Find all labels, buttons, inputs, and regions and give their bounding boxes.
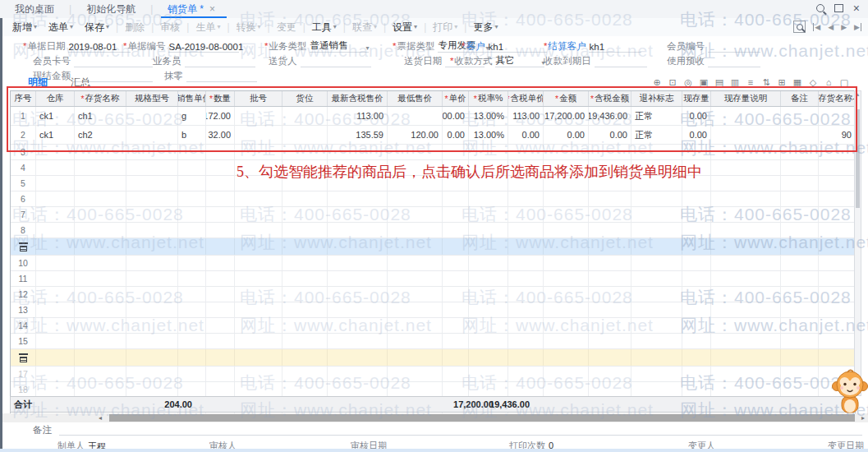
- add-icon[interactable]: ⊕: [651, 77, 663, 88]
- grid-cell[interactable]: [508, 382, 544, 397]
- grid-cell[interactable]: [75, 238, 126, 255]
- grid-cell[interactable]: [631, 238, 682, 255]
- grid-cell[interactable]: [388, 367, 443, 381]
- grid-cell[interactable]: [682, 256, 711, 270]
- toolbar-button-audit[interactable]: 审核: [154, 21, 186, 35]
- grid-cell[interactable]: [469, 145, 508, 159]
- grid-cell[interactable]: [781, 382, 819, 397]
- grid-cell[interactable]: [781, 107, 819, 125]
- column-header-5[interactable]: *数量: [206, 91, 235, 106]
- grid-cell[interactable]: [388, 349, 443, 366]
- grid-cell[interactable]: [206, 318, 235, 333]
- grid-cell[interactable]: [544, 334, 589, 348]
- grid-cell[interactable]: [682, 191, 711, 206]
- column-header-10[interactable]: *单价: [443, 91, 469, 106]
- grid-cell[interactable]: [544, 349, 589, 366]
- due_date-input[interactable]: [595, 54, 647, 67]
- grid-cell[interactable]: ck1: [36, 107, 75, 125]
- grid-cell[interactable]: 13.00%: [469, 107, 508, 125]
- grid-cell[interactable]: b: [178, 126, 206, 144]
- grid-cell[interactable]: [126, 107, 178, 125]
- grid-cell[interactable]: [206, 349, 235, 366]
- grid-cell[interactable]: [178, 160, 206, 175]
- grid-cell[interactable]: [282, 367, 328, 381]
- grid-cell[interactable]: [781, 160, 819, 175]
- grid-cell[interactable]: [711, 145, 781, 159]
- grid-cell[interactable]: [75, 145, 126, 159]
- grid-cell[interactable]: [443, 302, 469, 317]
- grid-cell[interactable]: [36, 176, 75, 191]
- grid-cell[interactable]: [126, 271, 178, 286]
- grid-cell[interactable]: [443, 318, 469, 333]
- expand-icon[interactable]: ▢: [838, 77, 850, 88]
- grid-cell[interactable]: [469, 207, 508, 222]
- row-number-cell[interactable]: 17: [11, 367, 36, 381]
- grid-cell[interactable]: [781, 334, 819, 348]
- record-icon[interactable]: ◎: [682, 77, 694, 88]
- grid-cell[interactable]: [682, 145, 711, 159]
- grid-cell[interactable]: [282, 256, 328, 270]
- grid-cell[interactable]: 172.00: [206, 107, 235, 125]
- column-header-15[interactable]: 退补标志: [631, 91, 682, 106]
- grid-cell[interactable]: [631, 367, 682, 381]
- grid-cell[interactable]: [544, 238, 589, 255]
- grid-cell[interactable]: [682, 382, 711, 397]
- grid-cell[interactable]: [235, 287, 282, 302]
- grid-cell[interactable]: [781, 223, 819, 238]
- grid-cell[interactable]: [781, 145, 819, 159]
- grid-cell[interactable]: [589, 145, 631, 159]
- table-row[interactable]: 13: [11, 302, 855, 318]
- grid-cell[interactable]: [631, 191, 682, 206]
- grid-cell[interactable]: [282, 334, 328, 348]
- grid-cell[interactable]: [388, 191, 443, 206]
- table-row[interactable]: 3: [11, 145, 855, 160]
- grid-cell[interactable]: [781, 271, 819, 286]
- grid-cell[interactable]: [711, 176, 781, 191]
- grid-cell[interactable]: [443, 238, 469, 255]
- grid-cell[interactable]: [178, 191, 206, 206]
- grid-cell[interactable]: [631, 256, 682, 270]
- grid-cell[interactable]: [206, 334, 235, 348]
- grid-cell[interactable]: [781, 318, 819, 333]
- grid-cell[interactable]: [75, 302, 126, 317]
- grid-cell[interactable]: [126, 160, 178, 175]
- grid-cell[interactable]: [469, 302, 508, 317]
- grid-cell[interactable]: [819, 191, 855, 206]
- grid-cell[interactable]: [711, 367, 781, 381]
- grid-cell[interactable]: [682, 302, 711, 317]
- row-number-cell[interactable]: 10: [11, 256, 36, 270]
- grid-cell[interactable]: [36, 145, 75, 159]
- grid-cell[interactable]: [589, 367, 631, 381]
- grid-cell[interactable]: [443, 145, 469, 159]
- grid-cell[interactable]: [443, 382, 469, 397]
- toolbar-button-more[interactable]: 更多▾: [467, 21, 503, 35]
- toolbar-button-settings[interactable]: 设置▾: [387, 21, 423, 35]
- grid-cell[interactable]: [711, 238, 781, 255]
- grid-cell[interactable]: [781, 349, 819, 366]
- grid-cell[interactable]: [328, 145, 388, 159]
- grid-cell[interactable]: [206, 238, 235, 255]
- grid-cell[interactable]: [75, 176, 126, 191]
- row-number-cell[interactable]: 3: [11, 145, 36, 159]
- grid-cell[interactable]: [469, 382, 508, 397]
- grid-cell[interactable]: [36, 334, 75, 348]
- grid-cell[interactable]: [781, 256, 819, 270]
- grid-cell[interactable]: 0.00: [544, 126, 589, 144]
- insert-row-icon[interactable]: ⊞: [776, 77, 788, 88]
- horizontal-scroll-thumb[interactable]: [109, 414, 855, 422]
- grid-cell[interactable]: [235, 302, 282, 317]
- grid-cell[interactable]: 100.00: [443, 107, 469, 125]
- table-row[interactable]: 12: [11, 287, 855, 302]
- row-number-cell[interactable]: 11: [11, 271, 36, 286]
- grid-cell[interactable]: [544, 145, 589, 159]
- grid-cell[interactable]: [508, 256, 544, 270]
- grid-cell[interactable]: [711, 207, 781, 222]
- grid-cell[interactable]: [75, 160, 126, 175]
- grid-cell[interactable]: [589, 287, 631, 302]
- row-number-cell[interactable]: 12: [11, 287, 36, 302]
- grid-cell[interactable]: [206, 207, 235, 222]
- grid-cell[interactable]: [388, 302, 443, 317]
- grid-cell[interactable]: 19,436.00: [589, 107, 631, 125]
- grid-cell[interactable]: 90: [819, 126, 855, 144]
- grid-cell[interactable]: [328, 207, 388, 222]
